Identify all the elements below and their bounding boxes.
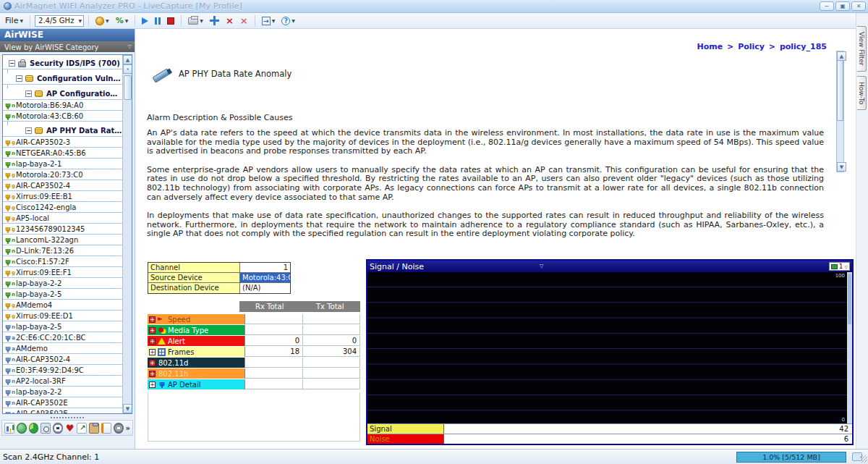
tree-device[interactable]: ψnMotorola:B6:9A:A0 [3,100,122,111]
tree-category[interactable]: −AP PHY Data Rate Ano... [3,125,122,137]
tree-device[interactable]: ψnCisco:F1:57:2F [3,256,122,267]
stats-row[interactable]: +AP Detail [148,379,360,389]
expand-box[interactable]: + [149,338,156,345]
info-value[interactable]: Motorola:43:CB:60 [240,273,290,282]
tree-device[interactable]: ψg123456789012345 [3,224,122,235]
tree-device[interactable]: ψa2C:E6:CC:20:1C:BC [3,332,122,343]
tree-device[interactable]: ψgCisco1242-engla [3,202,122,213]
eye-icon[interactable] [53,423,63,434]
trend-icon[interactable] [77,423,87,434]
print-button[interactable]: ▼ [186,17,205,25]
tree-scrollbar[interactable]: ▲ • ▼ [122,55,132,413]
delete-all-button[interactable]: × [238,15,250,26]
view-by-selector[interactable]: View by AirWISE Category ▽ [0,41,135,52]
tools-icon[interactable] [114,423,124,434]
collapse-box[interactable]: − [9,60,15,67]
tree-category[interactable]: −Security IDS/IPS (700) [3,58,122,69]
tree-device[interactable]: ψgAMdemo4 [3,300,122,311]
tree-device[interactable]: ψnlap-baya-2-5 [3,289,122,300]
stats-row[interactable]: +Alert00 [148,336,360,346]
tree-device[interactable]: ψgXirrus:09:EE:B1 [3,191,122,202]
tree-device[interactable]: ψgAIR-CAP3502-4 [3,180,122,191]
tree-device[interactable]: ψgXirrus:09:EE:D1 [3,311,122,321]
export-button[interactable]: → ▼ [260,16,278,26]
tree-device[interactable]: ψnLancomL-322agn [3,235,122,245]
bar-chart-icon[interactable] [4,423,14,434]
expand-box[interactable]: + [149,349,156,355]
stop-capture-button[interactable] [165,17,176,25]
stats-row[interactable]: +Frames18304 [148,347,360,357]
expand-box[interactable]: + [149,316,156,323]
stats-row[interactable]: +Media Type [148,325,360,335]
tree-device[interactable]: ψgMotorola:20:73:C0 [3,169,122,180]
stats-row[interactable]: +Speed [148,314,360,324]
tree-category[interactable]: −AP Configuration Chan... [3,88,122,100]
info-value[interactable]: (N/A) [240,283,290,293]
pause-capture-button[interactable] [153,17,163,25]
chevron-down-icon[interactable]: ▽ [540,263,543,269]
tree-device[interactable]: ψgAIR-CAP3502-3 [3,137,122,148]
tree-device[interactable]: ψnlap-baya-2-5 [3,321,122,332]
tree-device[interactable]: ψnAIR-CAP3502E [3,408,122,413]
chart-header[interactable]: Signal / Noise ▽ 1 ▽ [367,261,852,272]
tree-device[interactable]: ψnNETGEAR:A0:45:B6 [3,148,122,159]
collapse-box[interactable]: − [25,127,32,134]
pie-chart-icon[interactable] [29,423,39,434]
tab-how-to[interactable]: How-To [857,76,867,111]
expand-box[interactable]: + [149,381,156,388]
scroll-mini-button[interactable]: • [123,64,132,74]
tree-device[interactable]: ψaAMdemo [3,343,122,354]
breadcrumb-link[interactable]: Policy [738,42,765,51]
help-button[interactable]: ? ▼ [279,16,297,26]
tree-device[interactable]: ψnE0:3F:49:92:D4:9C [3,365,122,376]
tree-device[interactable]: ψnAP2-local-3RF [3,376,122,387]
tree-device[interactable]: ψnAIR-CAP3502E [3,397,122,408]
chart-page-selector[interactable]: 1 ▽ [829,262,850,271]
restore-button[interactable]: ▣ [835,1,850,11]
band-selector[interactable]: 2.4/5 GHz ▼ [35,15,84,27]
expand-box[interactable]: + [149,360,156,366]
tree-device[interactable]: ψnMotorola:43:CB:60 [3,111,122,122]
clipboard-icon[interactable] [89,423,99,434]
description-scrollbar[interactable]: ▲ ▼ [836,51,844,172]
tree-device[interactable]: ψgAP5-local [3,213,122,224]
file-menu[interactable]: File ▼ [3,15,25,26]
start-capture-button[interactable] [140,17,150,25]
close-button[interactable]: ✕ [851,1,866,11]
tree-device[interactable]: ψnD-Link:7E:13:26 [3,245,122,256]
sidebar-splitter[interactable] [0,415,135,420]
scroll-down-button[interactable]: ▼ [837,162,846,172]
stats-row[interactable]: +802.11d [148,358,360,368]
signal-noise-plot[interactable]: 100 0 [367,272,852,423]
minimize-button[interactable]: ─ [820,1,834,11]
expand-box[interactable]: + [149,327,156,334]
navigate-button[interactable] [208,15,221,26]
settings-button[interactable]: ▼ [93,16,111,26]
scroll-down-button[interactable]: ▼ [123,404,132,413]
tree-device[interactable]: ψnlap-baya-2-1 [3,159,122,169]
breadcrumb-link[interactable]: Home [697,42,723,51]
resize-grip[interactable] [860,455,867,463]
alarm-icon[interactable] [65,423,75,434]
breadcrumb-link[interactable]: policy_185 [780,42,827,51]
collapse-box[interactable]: − [16,75,22,82]
percent-display-button[interactable]: % ▼ [114,15,131,26]
more-buttons-chevron[interactable]: » [126,424,130,432]
scroll-up-button[interactable]: ▲ [123,55,132,64]
tree-device[interactable]: ψnlap-baya-2-2 [3,387,122,397]
info-value[interactable]: 1 [240,263,290,272]
tree-device[interactable]: ψnAIR-CAP3502-4 [3,354,122,365]
collapse-box[interactable]: − [25,90,32,97]
report-icon[interactable] [101,423,111,434]
delete-button[interactable]: × [224,15,236,26]
tree-device[interactable]: ψgXirrus:09:EE:F1 [3,267,122,278]
expand-box[interactable]: + [149,371,156,377]
capture-icon[interactable] [41,423,51,434]
tree-device[interactable]: ψnlap-baya-2-2 [3,278,122,289]
tree-category[interactable]: −Configuration Vulnerabiliti... [3,73,122,85]
stats-row[interactable]: +802.11h [148,368,360,379]
scrollbar-thumb[interactable] [837,60,843,121]
scrollbar-thumb[interactable] [124,75,132,100]
tab-view-filter[interactable]: View Filter [857,26,867,72]
globe-icon[interactable] [17,423,27,434]
